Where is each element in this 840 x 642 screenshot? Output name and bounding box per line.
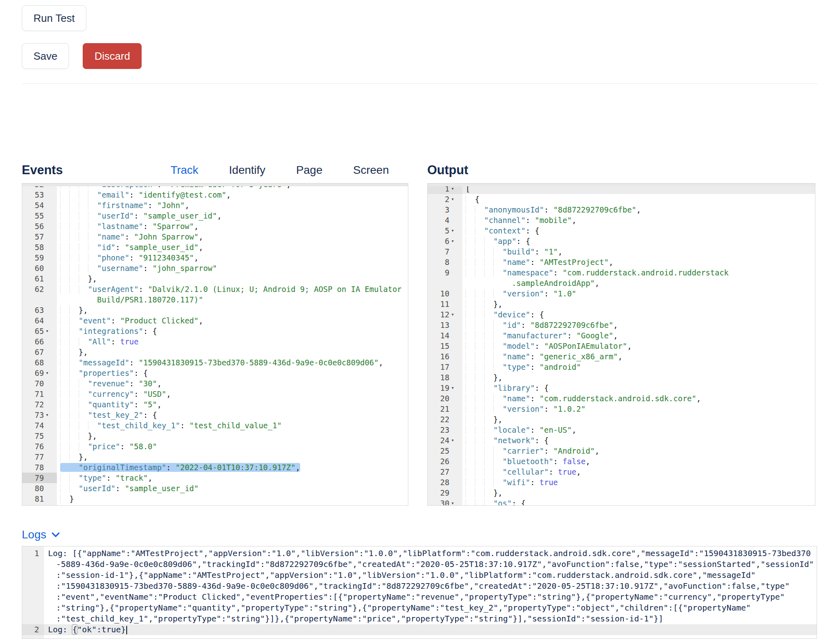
editor-gutter-cell[interactable]: 29	[428, 488, 462, 498]
editor-gutter-cell[interactable]: 56	[22, 221, 57, 231]
editor-gutter-cell[interactable]: 53	[22, 190, 57, 200]
editor-gutter-cell[interactable]: 25	[428, 446, 462, 456]
code-text[interactable]: "name": "com.rudderstack.android.sdk.cor…	[462, 393, 815, 404]
code-text[interactable]: "bluetooth": false,	[462, 456, 815, 467]
code-text[interactable]: "name": "generic_x86_arm",	[462, 351, 815, 362]
editor-gutter-cell[interactable]: 10	[428, 288, 462, 299]
editor-gutter-cell[interactable]: 8	[428, 257, 462, 267]
editor-gutter-cell[interactable]: 71	[22, 389, 57, 399]
code-line[interactable]: 21 "version": "1.0.2"	[428, 404, 815, 414]
editor-gutter-cell[interactable]: 12▾	[428, 309, 462, 320]
code-line[interactable]: 69▾ "properties": {	[22, 368, 408, 378]
editor-gutter-cell[interactable]: 79	[22, 473, 57, 483]
code-line[interactable]: 3 "anonymousId": "8d872292709c6fbe",	[428, 204, 815, 215]
editor-gutter-cell[interactable]: 24▾	[428, 435, 462, 446]
code-text[interactable]: "namespace": "com.rudderstack.android.ru…	[462, 267, 815, 288]
code-text[interactable]: "os": {	[462, 498, 815, 506]
code-line[interactable]: 71 "currency": "USD",	[22, 389, 408, 399]
code-text[interactable]: {	[462, 194, 815, 204]
editor-gutter-cell[interactable]: 4	[428, 215, 462, 225]
code-text[interactable]: },	[57, 452, 408, 462]
editor-gutter-cell[interactable]: 26	[428, 456, 462, 467]
code-line[interactable]: 77 },	[22, 452, 408, 462]
code-line[interactable]: 56 "lastname": "Sparrow",	[22, 221, 408, 231]
code-text[interactable]: "context": {	[462, 225, 815, 236]
code-line[interactable]: 82]	[22, 504, 408, 506]
code-text[interactable]: },	[462, 299, 815, 309]
editor-gutter-cell[interactable]: 21	[428, 404, 462, 414]
code-line[interactable]: 66 "All": true	[22, 336, 408, 347]
code-line[interactable]: 16 "name": "generic_x86_arm",	[428, 351, 815, 362]
editor-gutter-cell[interactable]: 65▾	[22, 326, 57, 336]
code-line[interactable]: 14 "manufacturer": "Google",	[428, 330, 815, 341]
code-text[interactable]: },	[57, 431, 408, 441]
code-text[interactable]: "wifi": true	[462, 477, 815, 488]
code-line[interactable]: 81 }	[22, 494, 408, 504]
code-text[interactable]: "id": "8d872292709c6fbe",	[462, 320, 815, 330]
code-line[interactable]: 25 "carrier": "Android",	[428, 446, 815, 456]
log-entry[interactable]: 2Log: {"ok":true}	[22, 624, 817, 635]
code-line[interactable]: 79 "type": "track",	[22, 473, 408, 483]
code-text[interactable]: "originalTimestamp": "2022-04-01T10:37:1…	[57, 462, 408, 473]
code-line[interactable]: 7 "build": "1",	[428, 246, 815, 257]
editor-gutter-cell[interactable]: 2▾	[428, 194, 462, 204]
editor-gutter-cell[interactable]: 17	[428, 362, 462, 372]
code-text[interactable]: "quantity": "5",	[57, 399, 408, 410]
code-text[interactable]: },	[57, 347, 408, 357]
code-text[interactable]: "userId": "sample_user_id",	[57, 211, 408, 221]
code-text[interactable]: "username": "john_sparrow"	[57, 263, 408, 273]
code-line[interactable]: 60 "username": "john_sparrow"	[22, 263, 408, 273]
code-line[interactable]: 75 },	[22, 431, 408, 441]
code-line[interactable]: 22 },	[428, 414, 815, 425]
editor-gutter-cell[interactable]: 58	[22, 242, 57, 252]
code-line[interactable]: 18 },	[428, 372, 815, 383]
editor-gutter-cell[interactable]: 19▾	[428, 383, 462, 393]
code-text[interactable]: "integrations": {	[57, 326, 408, 336]
code-line[interactable]: 2▾ {	[428, 194, 815, 204]
editor-gutter-cell[interactable]: 27	[428, 467, 462, 477]
code-line[interactable]: 30▾ "os": {	[428, 498, 815, 506]
code-line[interactable]: 5▾ "context": {	[428, 225, 815, 236]
editor-gutter-cell[interactable]: 77	[22, 452, 57, 462]
editor-gutter-cell[interactable]: 5▾	[428, 225, 462, 236]
fold-arrow-icon[interactable]: ▾	[449, 236, 461, 246]
code-text[interactable]: "phone": "9112340345",	[57, 252, 408, 263]
editor-gutter-cell[interactable]: 67	[22, 347, 57, 357]
code-text[interactable]: "carrier": "Android",	[462, 446, 815, 456]
editor-gutter-cell[interactable]: 70	[22, 378, 57, 389]
code-text[interactable]: "email": "identify@test.com",	[57, 190, 408, 200]
code-text[interactable]: "version": "1.0"	[462, 288, 815, 299]
code-line[interactable]: 67 },	[22, 347, 408, 357]
code-text[interactable]: "test_key_2": {	[57, 410, 408, 420]
editor-gutter-cell[interactable]: 80	[22, 483, 57, 494]
fold-arrow-icon[interactable]: ▾	[44, 326, 55, 336]
editor-gutter-cell[interactable]: 72	[22, 399, 57, 410]
code-line[interactable]: 54 "firstname": "John",	[22, 200, 408, 211]
editor-gutter-cell[interactable]: 9	[428, 267, 462, 288]
code-text[interactable]: }	[57, 494, 408, 504]
code-text[interactable]: },	[57, 305, 408, 315]
code-line[interactable]: 23 "locale": "en-US",	[428, 425, 815, 435]
code-line[interactable]: 73▾ "test_key_2": {	[22, 410, 408, 420]
code-text[interactable]: },	[57, 273, 408, 284]
log-text[interactable]: Log: [{"appName":"AMTestProject","appVer…	[44, 548, 817, 624]
fold-arrow-icon[interactable]: ▾	[449, 225, 461, 236]
code-line[interactable]: 65▾ "integrations": {	[22, 326, 408, 336]
code-text[interactable]: "test_child_key_1": "test_child_value_1"	[57, 420, 408, 431]
editor-gutter-cell[interactable]: 6▾	[428, 236, 462, 246]
code-line[interactable]: 80 "userId": "sample_user_id"	[22, 483, 408, 494]
editor-gutter-cell[interactable]: 54	[22, 200, 57, 211]
editor-gutter-cell[interactable]: 57	[22, 231, 57, 242]
code-line[interactable]: 29 },	[428, 488, 815, 498]
editor-gutter-cell[interactable]: 7	[428, 246, 462, 257]
code-text[interactable]: "userId": "sample_user_id"	[57, 483, 408, 494]
editor-gutter-cell[interactable]: 28	[428, 477, 462, 488]
editor-gutter-cell[interactable]: 78	[22, 462, 57, 473]
editor-gutter-cell[interactable]: 3	[428, 204, 462, 215]
code-text[interactable]: "device": {	[462, 309, 815, 320]
code-line[interactable]: 27 "cellular": true,	[428, 467, 815, 477]
code-text[interactable]: "event": "Product Clicked",	[57, 315, 408, 326]
code-text[interactable]: "All": true	[57, 336, 408, 347]
code-line[interactable]: 17 "type": "android"	[428, 362, 815, 372]
log-text[interactable]: Log: {"ok":true}	[44, 624, 817, 635]
